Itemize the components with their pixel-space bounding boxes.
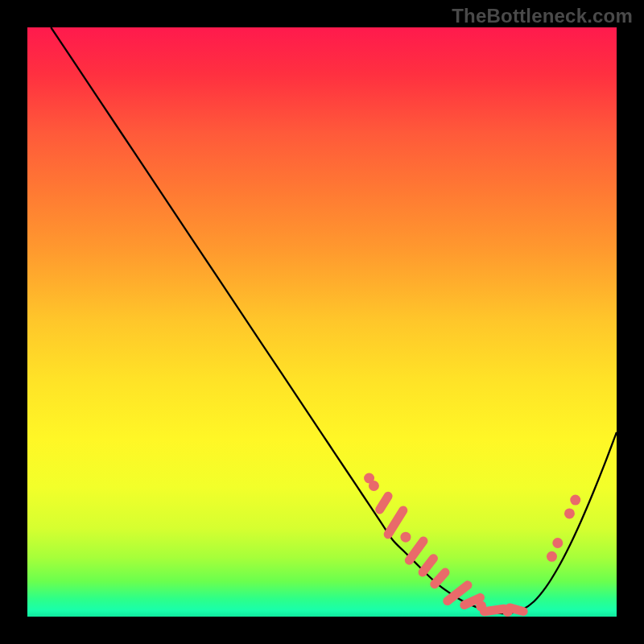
highlight-dot xyxy=(547,551,557,562)
chart-svg xyxy=(27,27,617,617)
highlight-dot xyxy=(570,495,580,506)
highlight-dot xyxy=(564,508,575,518)
highlight-dot xyxy=(400,532,411,543)
highlight-dot xyxy=(369,481,379,491)
highlight-pill xyxy=(374,490,394,516)
attribution-label: TheBottleneck.com xyxy=(452,5,633,27)
bottleneck-curve xyxy=(51,27,617,613)
highlight-dot xyxy=(552,538,563,548)
